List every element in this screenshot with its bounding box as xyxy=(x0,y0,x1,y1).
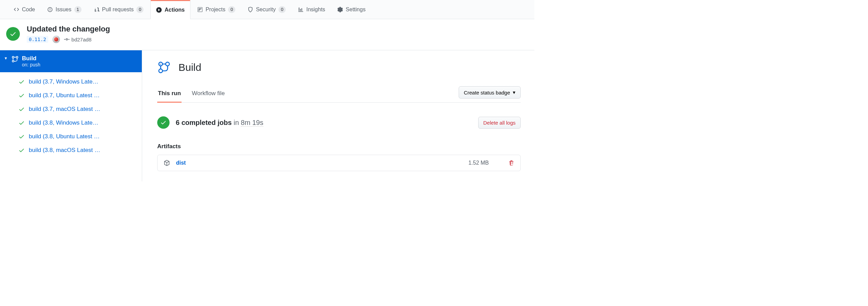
summary-duration: 8m 19s xyxy=(241,119,263,127)
tab-issues-label: Issues xyxy=(55,7,71,13)
tab-insights[interactable]: Insights xyxy=(293,0,331,19)
workflow-trigger: on: push xyxy=(22,62,40,67)
issues-count: 1 xyxy=(74,6,82,13)
shield-icon xyxy=(248,7,253,12)
actor-avatar[interactable] xyxy=(52,36,60,43)
delete-all-logs-button[interactable]: Delete all logs xyxy=(478,117,521,129)
svg-point-1 xyxy=(16,56,18,58)
job-item[interactable]: build (3.8, macOS Latest … xyxy=(0,143,142,157)
pane-title: Build xyxy=(178,62,201,73)
tab-workflow-file[interactable]: Workflow file xyxy=(191,86,225,102)
summary-row: 6 completed jobs in 8m 19s Delete all lo… xyxy=(157,116,521,129)
tab-settings[interactable]: Settings xyxy=(332,0,371,19)
job-list: build (3.7, Windows Late…build (3.7, Ubu… xyxy=(0,72,142,160)
tab-security[interactable]: Security 0 xyxy=(242,0,291,19)
job-name: build (3.7, macOS Latest … xyxy=(29,106,100,113)
job-name: build (3.8, Windows Late… xyxy=(29,119,98,126)
create-status-badge-button[interactable]: Create status badge ▾ xyxy=(459,86,521,99)
tab-code-label: Code xyxy=(22,7,35,13)
tab-pulls[interactable]: Pull requests 0 xyxy=(88,0,149,19)
project-icon xyxy=(197,7,203,12)
commit-sha[interactable]: bd27ad8 xyxy=(64,37,91,42)
job-name: build (3.7, Windows Late… xyxy=(29,78,98,85)
package-icon xyxy=(164,160,170,166)
check-icon xyxy=(18,79,25,85)
projects-count: 0 xyxy=(228,6,235,13)
chevron-down-icon[interactable]: ▼ xyxy=(3,56,8,60)
commit-icon xyxy=(64,37,70,42)
workflow-icon xyxy=(12,56,18,64)
check-icon xyxy=(18,106,25,112)
job-item[interactable]: build (3.8, Windows Late… xyxy=(0,116,142,130)
svg-point-2 xyxy=(12,60,14,62)
artifact-list: dist1.52 MB xyxy=(157,155,521,171)
workflow-row[interactable]: ▼ Build on: push xyxy=(0,50,142,72)
main-layout: ▼ Build on: push build (3.7, Windows Lat… xyxy=(0,50,534,181)
check-icon xyxy=(18,92,25,99)
repo-tabnav: Code Issues 1 Pull requests 0 Actions Pr… xyxy=(0,0,534,19)
tab-security-label: Security xyxy=(256,7,276,13)
content-pane: Build This run Workflow file Create stat… xyxy=(142,50,534,181)
delete-artifact-button[interactable] xyxy=(509,160,514,166)
artifacts-heading: Artifacts xyxy=(157,143,521,150)
check-icon xyxy=(18,147,25,153)
summary-text: 6 completed jobs in 8m 19s xyxy=(176,119,263,127)
run-tag[interactable]: 0.11.2 xyxy=(27,36,48,43)
pulls-count: 0 xyxy=(136,6,144,13)
job-item[interactable]: build (3.7, Ubuntu Latest … xyxy=(0,89,142,102)
artifact-row: dist1.52 MB xyxy=(157,155,521,171)
job-name: build (3.8, Ubuntu Latest … xyxy=(29,133,100,140)
tab-insights-label: Insights xyxy=(306,7,325,13)
artifact-name-link[interactable]: dist xyxy=(176,160,186,166)
job-item[interactable]: build (3.8, Ubuntu Latest … xyxy=(0,130,142,143)
tab-pulls-label: Pull requests xyxy=(102,7,134,13)
tab-projects-label: Projects xyxy=(206,7,225,13)
code-icon xyxy=(14,7,19,12)
summary-success-icon xyxy=(157,116,170,129)
job-item[interactable]: build (3.7, Windows Late… xyxy=(0,75,142,89)
play-circle-icon xyxy=(156,7,162,13)
run-subnav: This run Workflow file Create status bad… xyxy=(157,86,521,103)
svg-point-0 xyxy=(12,56,14,58)
job-item[interactable]: build (3.7, macOS Latest … xyxy=(0,102,142,116)
run-header: Updated the changelog 0.11.2 bd27ad8 xyxy=(0,19,534,50)
check-icon xyxy=(18,120,25,126)
check-icon xyxy=(18,133,25,140)
workflow-sidebar: ▼ Build on: push build (3.7, Windows Lat… xyxy=(0,50,142,181)
git-pull-request-icon xyxy=(94,7,99,12)
tab-settings-label: Settings xyxy=(346,7,365,13)
job-name: build (3.8, macOS Latest … xyxy=(29,147,100,154)
workflow-icon xyxy=(157,61,171,74)
tab-actions-label: Actions xyxy=(164,7,185,13)
tab-projects[interactable]: Projects 0 xyxy=(192,0,241,19)
caret-down-icon: ▾ xyxy=(513,89,516,95)
run-title: Updated the changelog xyxy=(27,25,110,34)
tab-code[interactable]: Code xyxy=(8,0,40,19)
svg-point-4 xyxy=(166,62,170,66)
workflow-name: Build xyxy=(22,55,40,62)
gear-icon xyxy=(337,7,343,12)
tab-issues[interactable]: Issues 1 xyxy=(42,0,87,19)
run-status-success-icon xyxy=(6,27,20,41)
tab-this-run[interactable]: This run xyxy=(157,86,182,103)
security-count: 0 xyxy=(278,6,286,13)
svg-point-5 xyxy=(159,69,163,73)
artifact-size: 1.52 MB xyxy=(468,160,489,166)
job-name: build (3.7, Ubuntu Latest … xyxy=(29,92,100,99)
issue-icon xyxy=(47,7,53,12)
graph-icon xyxy=(298,7,303,12)
tab-actions[interactable]: Actions xyxy=(150,0,190,19)
